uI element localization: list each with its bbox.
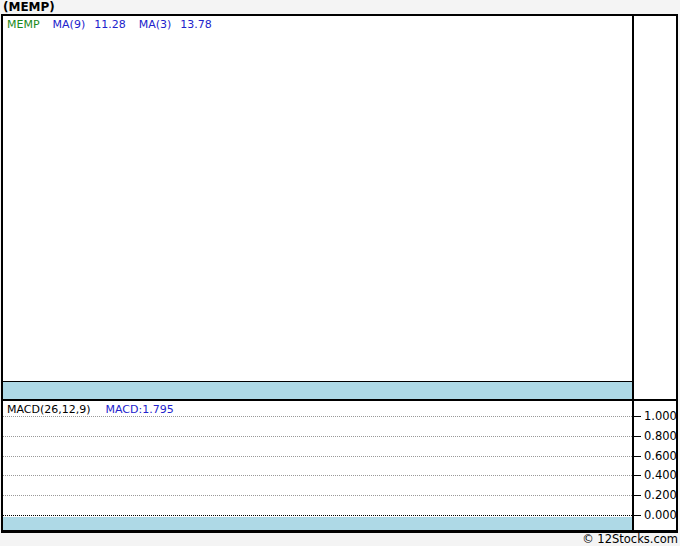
legend-ma9-value: 11.28 xyxy=(94,18,126,31)
macd-axis-tick xyxy=(632,475,641,476)
price-panel-legend: MEMPMA(9)11.28MA(3)13.78 xyxy=(7,18,225,31)
right-axis-divider-line xyxy=(632,16,634,530)
stock-chart-page: { "page": { "title": "(MEMP)", "copyrigh… xyxy=(0,0,680,546)
macd-gridline-0.000 xyxy=(3,515,632,516)
macd-axis-tick xyxy=(632,456,641,457)
macd-gridline-0.800 xyxy=(3,436,632,437)
macd-axis-label: 0.800 xyxy=(644,429,677,443)
copyright-text: © 12Stocks.com xyxy=(582,532,678,546)
legend-symbol: MEMP xyxy=(7,18,40,31)
macd-axis-label: 0.400 xyxy=(644,468,677,482)
chart-inner: MEMPMA(9)11.28MA(3)13.78 MACD(26,12,9)MA… xyxy=(3,16,676,530)
macd-axis-label: 0.000 xyxy=(644,508,677,522)
chart-container: MEMPMA(9)11.28MA(3)13.78 MACD(26,12,9)MA… xyxy=(1,14,678,533)
macd-value-label: MACD:1.795 xyxy=(106,403,174,416)
macd-params-label: MACD(26,12,9) xyxy=(7,403,91,416)
macd-axis-tick xyxy=(632,495,641,496)
macd-gridline-0.600 xyxy=(3,456,632,457)
legend-ma3-label: MA(3) xyxy=(139,18,172,31)
macd-gridline-1.000 xyxy=(3,416,632,417)
macd-axis-label: 0.200 xyxy=(644,488,677,502)
legend-ma3-value: 13.78 xyxy=(180,18,212,31)
macd-axis-tick xyxy=(632,416,641,417)
macd-axis-tick xyxy=(632,515,641,516)
macd-axis-label: 0.600 xyxy=(644,449,677,463)
price-panel-bottom-band xyxy=(3,381,632,399)
panel-divider-line xyxy=(3,399,676,401)
legend-ma9-label: MA(9) xyxy=(53,18,86,31)
macd-gridline-0.200 xyxy=(3,495,632,496)
chart-title: (MEMP) xyxy=(3,0,55,13)
macd-axis-tick xyxy=(632,436,641,437)
macd-axis-label: 1.000 xyxy=(644,409,677,423)
macd-gridline-0.400 xyxy=(3,475,632,476)
macd-panel-bottom-band xyxy=(3,517,632,530)
macd-panel-legend: MACD(26,12,9)MACD:1.795 xyxy=(7,403,174,416)
